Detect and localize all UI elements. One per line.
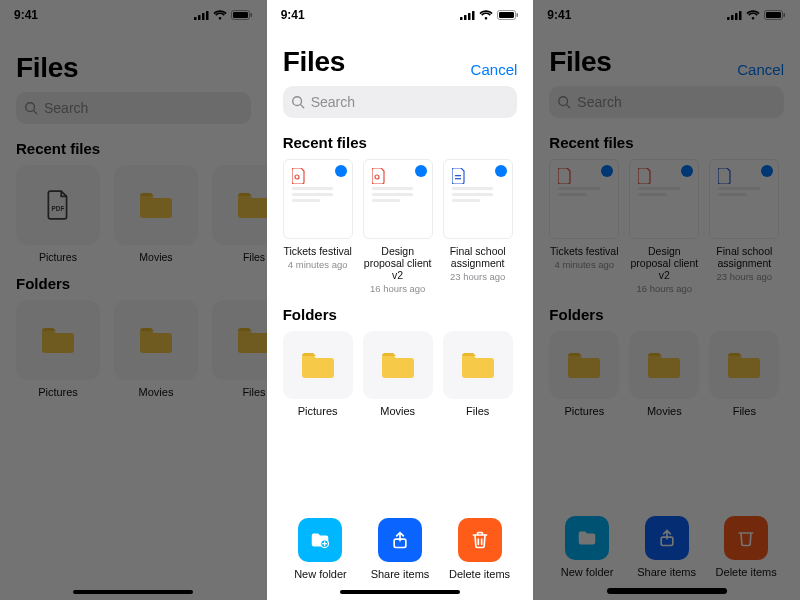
section-recent-title: Recent files bbox=[533, 130, 800, 159]
section-recent-title: Recent files bbox=[0, 136, 267, 165]
folder[interactable]: Pictures bbox=[283, 331, 353, 417]
delete-items-button[interactable]: Delete items bbox=[706, 516, 786, 578]
file-time: 4 minutes ago bbox=[283, 259, 353, 270]
search-icon bbox=[24, 101, 38, 115]
folder[interactable]: Files bbox=[709, 331, 779, 417]
folder-tile[interactable]: Pictures bbox=[16, 300, 100, 398]
file-name: Design proposal client v2 bbox=[363, 245, 433, 281]
svg-rect-31 bbox=[783, 13, 785, 17]
section-recent-title: Recent files bbox=[267, 130, 534, 159]
recent-file[interactable]: Final school assignment 23 hours ago bbox=[443, 159, 513, 294]
pdf-icon bbox=[558, 168, 572, 184]
battery-icon bbox=[231, 10, 253, 20]
svg-line-18 bbox=[300, 105, 303, 108]
search-input[interactable]: Search bbox=[16, 92, 251, 124]
pdf-icon bbox=[292, 168, 306, 184]
folder-icon bbox=[380, 350, 416, 380]
wifi-icon bbox=[746, 10, 760, 20]
section-folders-title: Folders bbox=[267, 302, 534, 331]
selection-badge bbox=[415, 165, 427, 177]
section-folders-title: Folders bbox=[533, 302, 800, 331]
action-label: Delete items bbox=[440, 568, 520, 580]
share-items-button[interactable]: Share items bbox=[360, 518, 440, 580]
search-placeholder: Search bbox=[311, 94, 355, 110]
svg-rect-6 bbox=[250, 13, 252, 17]
folder-tile[interactable]: Movies bbox=[114, 300, 198, 398]
file-name: Tickets festival bbox=[283, 245, 353, 257]
svg-point-19 bbox=[295, 175, 299, 179]
svg-rect-5 bbox=[233, 12, 248, 18]
recent-tile[interactable]: PDF Pictures bbox=[16, 165, 100, 263]
search-input[interactable]: Search bbox=[283, 86, 518, 118]
cancel-button[interactable]: Cancel bbox=[471, 61, 518, 78]
status-bar: 9:41 bbox=[533, 0, 800, 22]
recent-tile[interactable]: Files bbox=[212, 165, 267, 263]
folder-plus-icon bbox=[576, 527, 598, 549]
svg-rect-0 bbox=[194, 17, 197, 20]
svg-rect-10 bbox=[460, 17, 463, 20]
svg-rect-16 bbox=[517, 13, 519, 17]
home-indicator[interactable] bbox=[340, 590, 460, 594]
pdf-icon bbox=[638, 168, 652, 184]
wifi-icon bbox=[213, 10, 227, 20]
recent-tile[interactable]: Movies bbox=[114, 165, 198, 263]
cellular-icon bbox=[194, 10, 209, 20]
recent-file[interactable]: Final school assignment 23 hours ago bbox=[709, 159, 779, 294]
recent-file[interactable]: Design proposal client v2 16 hours ago bbox=[629, 159, 699, 294]
delete-items-button[interactable]: Delete items bbox=[440, 518, 520, 580]
selection-badge bbox=[495, 165, 507, 177]
share-icon bbox=[657, 528, 677, 548]
recent-files-row: Tickets festival 4 minutes ago Design pr… bbox=[267, 159, 534, 302]
folder-icon bbox=[40, 325, 76, 355]
cancel-button[interactable]: Cancel bbox=[737, 61, 784, 78]
svg-rect-30 bbox=[766, 12, 781, 18]
search-placeholder: Search bbox=[44, 100, 88, 116]
cellular-icon bbox=[460, 10, 475, 20]
svg-rect-25 bbox=[727, 17, 730, 20]
recent-file[interactable]: Design proposal client v2 16 hours ago bbox=[363, 159, 433, 294]
home-indicator[interactable] bbox=[73, 590, 193, 594]
new-folder-button[interactable]: New folder bbox=[547, 516, 627, 578]
page-title: Files bbox=[549, 46, 611, 78]
svg-rect-3 bbox=[206, 11, 209, 20]
svg-rect-12 bbox=[468, 13, 471, 20]
background-screen-right: 9:41 Files Cancel Search Recent files bbox=[533, 0, 800, 600]
selection-badge bbox=[335, 165, 347, 177]
svg-text:PDF: PDF bbox=[52, 205, 65, 212]
foreground-screen: 9:41 Files Cancel Search Recent files bbox=[267, 0, 534, 600]
status-time: 9:41 bbox=[14, 8, 38, 22]
folder-icon bbox=[726, 350, 762, 380]
svg-rect-13 bbox=[472, 11, 475, 20]
search-input[interactable]: Search bbox=[549, 86, 784, 118]
svg-rect-21 bbox=[455, 175, 461, 176]
action-label: Share items bbox=[360, 568, 440, 580]
cellular-icon bbox=[727, 10, 742, 20]
doc-icon bbox=[718, 168, 732, 184]
section-folders-title: Folders bbox=[0, 271, 267, 300]
folder-icon bbox=[236, 325, 267, 355]
svg-line-8 bbox=[34, 111, 37, 114]
recent-file[interactable]: Tickets festival 4 minutes ago bbox=[283, 159, 353, 294]
svg-rect-2 bbox=[202, 13, 205, 20]
background-screen-left: 9:41 Files Search Recent files PDF Pictu… bbox=[0, 0, 267, 600]
folder[interactable]: Files bbox=[443, 331, 513, 417]
file-time: 16 hours ago bbox=[363, 283, 433, 294]
action-bar: New folder Share items Delete items bbox=[267, 512, 534, 584]
folder[interactable]: Movies bbox=[363, 331, 433, 417]
pdf-icon: PDF bbox=[45, 190, 71, 220]
folders-row: Pictures Movies Files bbox=[267, 331, 534, 429]
status-bar: 9:41 bbox=[0, 0, 267, 22]
new-folder-button[interactable]: New folder bbox=[281, 518, 361, 580]
status-bar: 9:41 bbox=[267, 0, 534, 22]
search-icon bbox=[291, 95, 305, 109]
header: Files bbox=[0, 22, 267, 92]
trash-icon bbox=[470, 530, 490, 550]
battery-icon bbox=[764, 10, 786, 20]
header: Files Cancel bbox=[267, 22, 534, 86]
share-items-button[interactable]: Share items bbox=[627, 516, 707, 578]
folder[interactable]: Movies bbox=[629, 331, 699, 417]
folder[interactable]: Pictures bbox=[549, 331, 619, 417]
folder-icon bbox=[138, 325, 174, 355]
folder-tile[interactable]: Files bbox=[212, 300, 267, 398]
recent-file[interactable]: Tickets festival 4 minutes ago bbox=[549, 159, 619, 294]
